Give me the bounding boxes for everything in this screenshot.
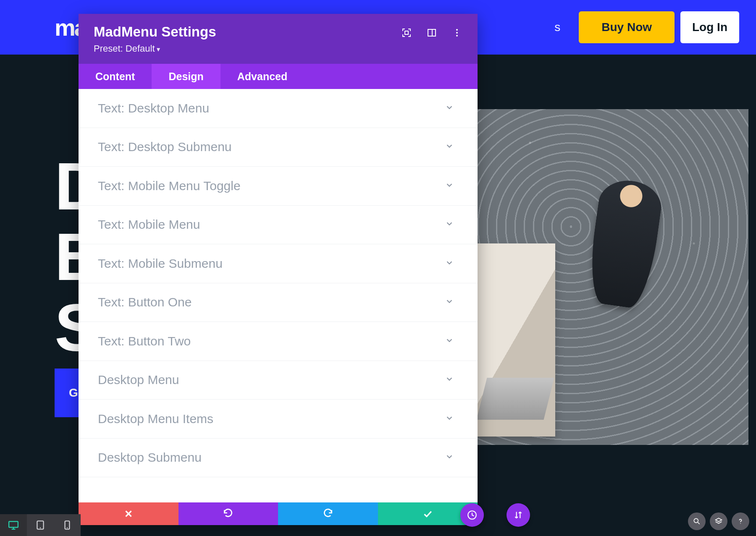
chevron-down-icon xyxy=(445,336,454,347)
chevron-down-icon xyxy=(445,297,454,308)
settings-panel: MadMenu Settings Preset: Default▾ Conten… xyxy=(79,14,478,525)
section-label: Text: Mobile Submenu xyxy=(98,256,223,271)
chevron-down-icon xyxy=(445,452,454,463)
layers-icon[interactable] xyxy=(710,512,727,530)
header-right: s Buy Now Log In xyxy=(554,11,739,43)
section-label: Desktop Submenu xyxy=(98,450,202,465)
chevron-down-icon xyxy=(445,180,454,191)
design-section-row[interactable]: Text: Mobile Menu xyxy=(79,206,478,245)
svg-line-17 xyxy=(698,523,700,524)
section-label: Text: Button Two xyxy=(98,334,191,348)
design-section-row[interactable]: Text: Desktop Menu xyxy=(79,89,478,128)
section-label: Text: Desktop Submenu xyxy=(98,140,232,154)
section-label: Text: Mobile Menu Toggle xyxy=(98,179,241,193)
chevron-down-icon xyxy=(445,103,454,114)
section-label: Text: Button One xyxy=(98,295,192,309)
nav-fragment: s xyxy=(554,21,560,34)
svg-point-5 xyxy=(456,35,458,37)
panel-title: MadMenu Settings xyxy=(94,24,216,40)
svg-point-19 xyxy=(740,523,741,524)
design-section-row[interactable]: Text: Mobile Submenu xyxy=(79,244,478,283)
svg-marker-18 xyxy=(716,518,722,522)
svg-rect-8 xyxy=(9,521,18,527)
design-section-row[interactable]: Text: Button Two xyxy=(79,322,478,361)
tab-content[interactable]: Content xyxy=(79,64,152,89)
tab-design[interactable]: Design xyxy=(152,64,220,89)
section-label: Text: Mobile Menu xyxy=(98,217,200,232)
buy-now-button[interactable]: Buy Now xyxy=(579,11,675,43)
design-section-row[interactable]: Text: Button One xyxy=(79,283,478,322)
device-tablet-icon[interactable] xyxy=(27,514,54,536)
chevron-down-icon xyxy=(445,258,454,269)
svg-point-16 xyxy=(694,518,698,523)
section-label: Desktop Menu xyxy=(98,373,179,387)
section-label: Desktop Menu Items xyxy=(98,412,213,426)
collage-inset-image xyxy=(473,243,555,437)
chevron-down-icon xyxy=(445,219,454,230)
device-phone-icon[interactable] xyxy=(54,514,81,536)
preset-label: Preset: Default xyxy=(94,43,155,54)
sort-fab[interactable] xyxy=(507,503,530,527)
bottom-right-tools xyxy=(688,512,749,530)
design-section-row[interactable]: Desktop Submenu xyxy=(79,439,478,478)
design-section-row[interactable]: Text: Mobile Menu Toggle xyxy=(79,167,478,206)
help-icon[interactable] xyxy=(732,512,749,530)
panel-tabs: Content Design Advanced xyxy=(79,64,478,89)
snap-panel-icon[interactable] xyxy=(426,27,437,38)
chevron-down-icon xyxy=(445,374,454,385)
history-fab[interactable] xyxy=(460,503,484,527)
hero-image-collage xyxy=(475,109,748,445)
expand-icon[interactable] xyxy=(401,27,412,38)
panel-header[interactable]: MadMenu Settings Preset: Default▾ xyxy=(79,14,478,64)
device-preview-group xyxy=(0,514,81,536)
design-section-row[interactable]: Text: Desktop Submenu xyxy=(79,128,478,167)
svg-point-3 xyxy=(456,29,458,31)
design-section-row[interactable]: Desktop Menu Items xyxy=(79,400,478,439)
more-menu-icon[interactable] xyxy=(452,27,462,38)
svg-point-4 xyxy=(456,32,458,34)
preset-selector[interactable]: Preset: Default▾ xyxy=(94,43,216,54)
design-sections-list[interactable]: Text: Desktop MenuText: Desktop SubmenuT… xyxy=(79,89,478,502)
chevron-down-icon xyxy=(445,141,454,152)
design-section-row[interactable]: Desktop Menu xyxy=(79,361,478,400)
caret-down-icon: ▾ xyxy=(157,46,160,53)
svg-rect-0 xyxy=(405,31,408,34)
device-desktop-icon[interactable] xyxy=(0,514,27,536)
bottom-bar xyxy=(0,514,756,536)
login-button[interactable]: Log In xyxy=(680,11,739,43)
section-label: Text: Desktop Menu xyxy=(98,101,209,115)
tab-advanced[interactable]: Advanced xyxy=(220,64,304,89)
chevron-down-icon xyxy=(445,413,454,424)
zoom-icon[interactable] xyxy=(688,512,706,530)
